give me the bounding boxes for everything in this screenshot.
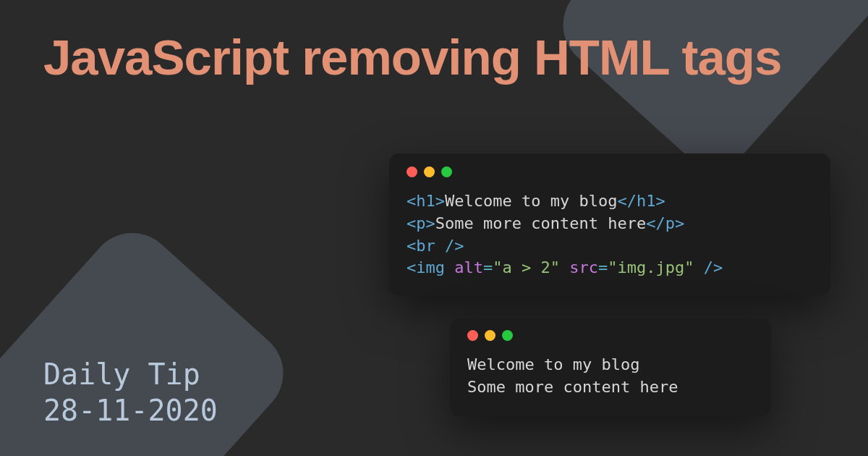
subtitle-block: Daily Tip 28-11-2020 bbox=[43, 356, 218, 428]
maximize-icon bbox=[441, 166, 452, 177]
code-block-output: Welcome to my blog Some more content her… bbox=[467, 354, 754, 399]
maximize-icon bbox=[502, 330, 513, 341]
subtitle-label: Daily Tip bbox=[43, 356, 218, 392]
code-op: = bbox=[483, 258, 493, 276]
window-controls bbox=[407, 166, 813, 177]
code-attr: src bbox=[569, 258, 598, 276]
output-line: Welcome to my blog bbox=[467, 355, 639, 373]
code-window-output: Welcome to my blog Some more content her… bbox=[450, 318, 771, 416]
code-op: = bbox=[598, 258, 608, 276]
code-tag: /> bbox=[694, 258, 723, 276]
code-text: Some more content here bbox=[435, 214, 646, 232]
code-window-input: <h1>Welcome to my blog</h1> <p>Some more… bbox=[389, 153, 830, 295]
code-attr: alt bbox=[454, 258, 483, 276]
code-tag: <br /> bbox=[407, 237, 464, 255]
minimize-icon bbox=[485, 330, 495, 341]
close-icon bbox=[467, 330, 478, 341]
code-tag: </h1> bbox=[617, 192, 665, 210]
main-title: JavaScript removing HTML tags bbox=[43, 29, 825, 86]
code-tag: <img bbox=[407, 258, 454, 276]
code-text: Welcome to my blog bbox=[445, 192, 617, 210]
content-area: JavaScript removing HTML tags Daily Tip … bbox=[0, 0, 868, 456]
code-tag: <p> bbox=[407, 214, 435, 232]
code-tag: </p> bbox=[646, 214, 684, 232]
window-controls bbox=[467, 330, 754, 341]
output-line: Some more content here bbox=[467, 378, 678, 396]
code-string: "img.jpg" bbox=[608, 258, 694, 276]
minimize-icon bbox=[424, 166, 435, 177]
code-block-input: <h1>Welcome to my blog</h1> <p>Some more… bbox=[407, 190, 813, 279]
close-icon bbox=[407, 166, 417, 177]
code-string: "a > 2" bbox=[493, 258, 560, 276]
code-tag: <h1> bbox=[407, 192, 445, 210]
subtitle-date: 28-11-2020 bbox=[43, 392, 218, 428]
code-space bbox=[560, 258, 569, 276]
